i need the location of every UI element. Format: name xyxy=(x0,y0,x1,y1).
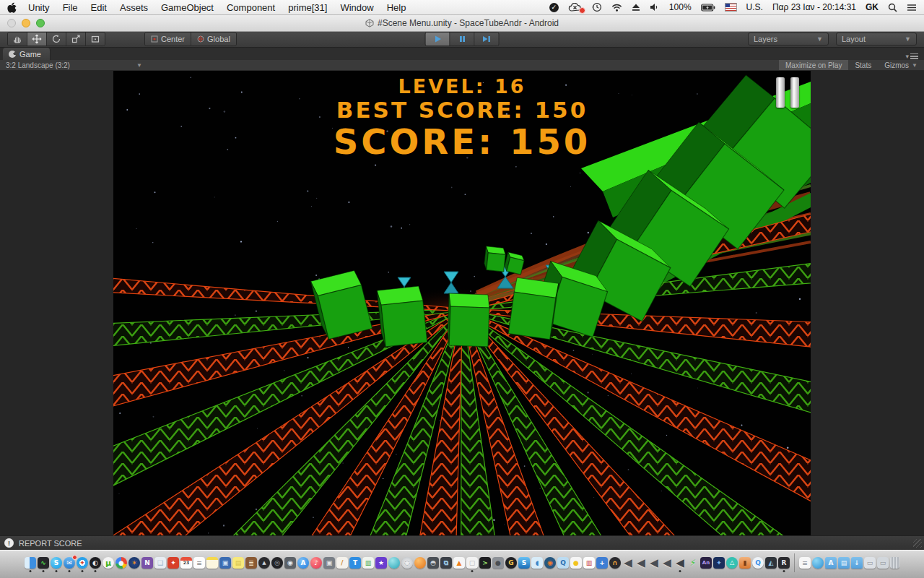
dock-stickies[interactable]: ▤ xyxy=(232,557,244,569)
notification-center-icon[interactable] xyxy=(907,4,917,12)
dock-notes[interactable] xyxy=(206,557,218,569)
game-pause-button[interactable] xyxy=(776,77,799,108)
dock-documents-stack[interactable]: ≡ xyxy=(799,557,811,569)
dock-skype[interactable]: S xyxy=(51,557,62,569)
dock-r-app[interactable]: R xyxy=(778,557,790,569)
dock-textedit[interactable]: ▢ xyxy=(466,557,478,569)
dock-launchpad[interactable]: ▲ xyxy=(258,557,270,569)
pivot-center-button[interactable]: Center xyxy=(145,33,191,46)
window-minimize-button[interactable] xyxy=(22,19,30,27)
input-source-label[interactable]: U.S. xyxy=(746,2,763,12)
dock-chrome[interactable]: ● xyxy=(116,557,127,569)
gizmos-dropdown[interactable]: Gizmos▼ xyxy=(878,60,924,70)
dock-reminders[interactable]: ≡ xyxy=(193,557,205,569)
wifi-icon[interactable] xyxy=(611,4,622,12)
dock-itunes[interactable]: ♪ xyxy=(310,557,322,569)
dock-minimized-window-1[interactable]: ▭ xyxy=(864,557,876,569)
menu-item-assets[interactable]: Assets xyxy=(120,2,148,13)
window-close-button[interactable] xyxy=(7,19,16,27)
panel-options-icon[interactable]: ▾ xyxy=(905,53,924,60)
move-tool-button[interactable] xyxy=(27,33,47,46)
menu-item-gameobject[interactable]: GameObject xyxy=(161,2,214,13)
dock-steam[interactable]: S xyxy=(518,557,530,569)
dock-mouse-app[interactable]: ● xyxy=(492,557,504,569)
play-button[interactable] xyxy=(426,33,450,46)
dock-calendar[interactable]: 23 xyxy=(180,557,192,569)
dock-utorrent[interactable]: µ xyxy=(103,557,114,569)
dock-displays-app[interactable]: ⧉ xyxy=(440,557,452,569)
dock-onenote[interactable]: N xyxy=(141,557,153,569)
dock-unity-old-2[interactable]: ◀ xyxy=(635,557,647,569)
dock-disc-app[interactable]: ◌ xyxy=(401,557,413,569)
dock-keynote[interactable]: T xyxy=(349,557,361,569)
dock-orange-sphere-app[interactable] xyxy=(414,557,426,569)
dock-star-app[interactable]: ★ xyxy=(375,557,387,569)
dock-disk-utility[interactable]: ◓ xyxy=(427,557,439,569)
dock-sphere-app[interactable] xyxy=(388,557,400,569)
dock-door-app[interactable]: ▮ xyxy=(739,557,751,569)
dock-headset-app[interactable]: ∩ xyxy=(609,557,621,569)
dock-photos-app[interactable]: ▣ xyxy=(219,557,231,569)
menu-item-prime-31-[interactable]: prime[31] xyxy=(288,2,327,13)
dock-adobe-animate[interactable]: An xyxy=(700,557,712,569)
menu-item-file[interactable]: File xyxy=(63,2,78,13)
game-viewport[interactable]: LEVEL: 16 BEST SCORE: 150 SCORE: 150 xyxy=(113,70,811,535)
menu-clock[interactable]: Παρ 23 Ιαν - 20:14:31 xyxy=(772,2,856,12)
dock-toolbox-app[interactable]: + xyxy=(596,557,608,569)
dock-fish-app[interactable]: ◖ xyxy=(531,557,543,569)
dock-dictionary[interactable]: ≣ xyxy=(245,557,257,569)
rotate-tool-button[interactable] xyxy=(47,33,66,46)
dock-flash-app[interactable]: ⚡ xyxy=(687,557,699,569)
dock-library-app[interactable]: ▥ xyxy=(583,557,595,569)
user-menu[interactable]: GK xyxy=(866,2,879,12)
aspect-ratio-dropdown[interactable]: 3:2 Landscape (3:2)▼ xyxy=(0,61,142,69)
dock-folder-downloads[interactable]: ↓ xyxy=(851,557,863,569)
dock-safari[interactable]: ✦ xyxy=(77,557,88,569)
dock-unity-old-1[interactable]: ◀ xyxy=(622,557,634,569)
layout-dropdown[interactable]: Layout▼ xyxy=(836,33,917,46)
dock-network-globe[interactable] xyxy=(812,557,824,569)
dock-blender[interactable]: ◉ xyxy=(544,557,556,569)
dock-terminal-app[interactable]: > xyxy=(479,557,491,569)
apple-menu[interactable] xyxy=(7,2,17,13)
dock-folder-applications[interactable]: A xyxy=(825,557,837,569)
dock-pages[interactable]: / xyxy=(336,557,348,569)
dock-vlc[interactable]: ▲ xyxy=(453,557,465,569)
dock-photo-booth[interactable]: ◉ xyxy=(284,557,296,569)
dock-red-app[interactable]: ✦ xyxy=(167,557,179,569)
dock-unity-old-4[interactable]: ◀ xyxy=(661,557,673,569)
window-zoom-button[interactable] xyxy=(36,19,45,27)
spotlight-icon[interactable] xyxy=(888,3,897,12)
layers-dropdown[interactable]: Layers▼ xyxy=(748,33,829,46)
dock-gallery-app[interactable]: ◭ xyxy=(765,557,777,569)
dock-firefox[interactable]: ✶ xyxy=(128,557,140,569)
resize-grip[interactable] xyxy=(913,539,922,548)
step-button[interactable] xyxy=(475,33,499,46)
unity-status-bar[interactable]: ! REPORT SCORE xyxy=(0,535,924,550)
dock-unity[interactable]: ◀ xyxy=(674,557,686,569)
menu-item-component[interactable]: Component xyxy=(227,2,275,13)
dock-g-app[interactable]: G xyxy=(505,557,517,569)
input-source-flag-icon[interactable] xyxy=(725,3,737,12)
dock-rocket-app[interactable]: △ xyxy=(726,557,738,569)
unity-window-titlebar[interactable]: #Scene Menu.unity - SpaceTubeAndr - Andr… xyxy=(0,15,924,32)
menu-item-window[interactable]: Window xyxy=(340,2,373,13)
hand-tool-button[interactable] xyxy=(8,33,27,46)
dock-cube-app[interactable]: ❑ xyxy=(154,557,166,569)
rect-tool-button[interactable] xyxy=(86,33,105,46)
menu-item-unity[interactable]: Unity xyxy=(28,2,50,13)
dock-dark-disc-app[interactable]: ◎ xyxy=(271,557,283,569)
dock-image-capture[interactable]: ▣ xyxy=(323,557,335,569)
dock-crystal-app[interactable]: ✦ xyxy=(713,557,725,569)
dock-minimized-window-2[interactable]: ▭ xyxy=(877,557,889,569)
dock-app-store[interactable]: A xyxy=(297,557,309,569)
dock-folder-documents[interactable]: ▤ xyxy=(838,557,850,569)
checkmark-circle-icon[interactable]: ✓ xyxy=(549,3,559,12)
dock-doc-search-app[interactable]: Q xyxy=(557,557,569,569)
dock-dark-circle-app[interactable]: ◐ xyxy=(90,557,101,569)
menu-item-help[interactable]: Help xyxy=(387,2,406,13)
dock-trash[interactable] xyxy=(890,557,899,569)
battery-icon[interactable] xyxy=(701,4,715,12)
dock-cyberduck[interactable]: ● xyxy=(570,557,582,569)
cloud-sync-off-icon[interactable] xyxy=(568,3,583,12)
